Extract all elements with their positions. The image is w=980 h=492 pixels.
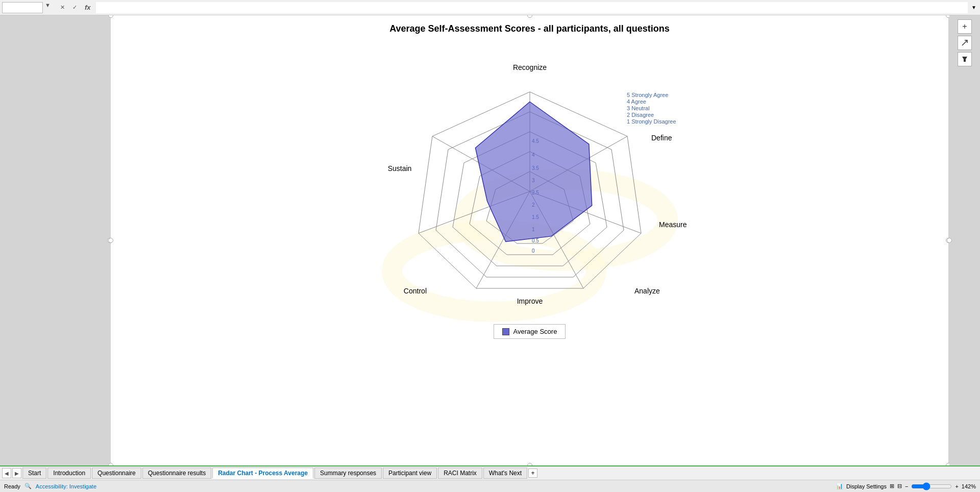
add-sheet-button[interactable]: + — [528, 469, 537, 478]
tab-questionnaire[interactable]: Questionnaire — [92, 468, 141, 479]
tab-start[interactable]: Start — [22, 468, 46, 479]
confirm-formula-button[interactable]: ✓ — [69, 2, 80, 13]
add-element-button[interactable]: + — [958, 19, 972, 34]
formula-bar: ▼ ✕ ✓ fx ▼ — [0, 0, 980, 15]
expand-formula-button[interactable]: ▼ — [970, 2, 978, 13]
chart-resize-bottom[interactable] — [527, 463, 532, 465]
zoom-in-icon[interactable]: + — [955, 483, 958, 489]
zoom-slider[interactable] — [911, 482, 952, 490]
axis-sustain: Sustain — [387, 164, 411, 173]
scroll-tabs-left-button[interactable]: ◀ — [2, 468, 11, 478]
tab-bar: ◀ ▶ Start Introduction Questionnaire Que… — [0, 465, 980, 480]
tab-questionnaire-results[interactable]: Questionnaire results — [142, 468, 211, 479]
svg-marker-15 — [962, 57, 967, 62]
tab-radar-chart[interactable]: Radar Chart - Process Average — [212, 468, 313, 479]
legend-color-box — [502, 328, 509, 335]
left-sidebar — [0, 15, 110, 465]
scale-label-4: 4 Agree — [627, 99, 646, 105]
chart-inner: Average Self-Assessment Scores - all par… — [111, 15, 948, 339]
scale-label-5: 5 Strongly Agree — [627, 92, 668, 98]
grid-icon: ⊞ — [890, 483, 894, 489]
status-right: 📊 Display Settings ⊞ ⊟ − + 142% — [836, 482, 976, 490]
status-left: Ready 🔍 Accessibility: Investigate — [4, 483, 830, 489]
zoom-level: 142% — [962, 483, 976, 489]
resize-icon — [961, 39, 968, 46]
legend: Average Score — [494, 324, 566, 339]
filter-icon — [961, 56, 968, 63]
scale-label-3: 3 Neutral — [627, 105, 650, 111]
chart-resize-bottomleft[interactable] — [108, 463, 113, 465]
scroll-tabs-right-button[interactable]: ▶ — [12, 468, 21, 478]
tab-whats-next[interactable]: What's Next — [483, 468, 527, 479]
accessibility-status[interactable]: Accessibility: Investigate — [36, 483, 96, 489]
cancel-formula-button[interactable]: ✕ — [57, 2, 67, 13]
axis-define: Define — [651, 134, 672, 142]
scale-label-1: 1 Strongly Disagree — [627, 118, 676, 125]
cell-reference-input[interactable] — [2, 2, 43, 13]
axis-measure: Measure — [659, 220, 687, 229]
data-polygon — [475, 102, 592, 242]
filter-button[interactable] — [958, 52, 972, 66]
axis-control: Control — [403, 287, 426, 295]
axis-improve: Improve — [517, 297, 543, 305]
scale-label-2: 2 Disagree — [627, 112, 654, 118]
tab-raci-matrix[interactable]: RACI Matrix — [438, 468, 482, 479]
tab-summary-responses[interactable]: Summary responses — [314, 468, 382, 479]
tab-participant-view[interactable]: Participant view — [383, 468, 437, 479]
axis-recognize: Recognize — [512, 63, 546, 71]
radar-chart: 5 Strongly Agree 4 Agree 3 Neutral 2 Dis… — [351, 38, 708, 324]
zoom-out-icon[interactable]: − — [905, 483, 908, 489]
chart-container: Average Self-Assessment Scores - all par… — [111, 15, 948, 465]
ready-status: Ready — [4, 483, 20, 489]
radar-svg: 5 Strongly Agree 4 Agree 3 Neutral 2 Dis… — [351, 38, 708, 324]
tab-introduction[interactable]: Introduction — [47, 468, 91, 479]
fit-page-icon: ⊟ — [897, 483, 902, 489]
legend-label: Average Score — [513, 328, 557, 335]
status-bar: Ready 🔍 Accessibility: Investigate 📊 Dis… — [0, 480, 980, 492]
axis-analyze: Analyze — [634, 287, 660, 295]
resize-button[interactable] — [958, 36, 972, 50]
formula-input[interactable] — [96, 2, 968, 13]
display-settings-icon: 📊 — [836, 483, 843, 489]
collapse-icon: ▼ — [45, 2, 55, 13]
fx-icon: fx — [82, 4, 94, 11]
display-settings-label[interactable]: Display Settings — [846, 483, 887, 489]
accessibility-icon: 🔍 — [24, 483, 32, 489]
svg-line-14 — [962, 40, 967, 45]
scale-num-0: 0 — [532, 248, 535, 254]
right-sidebar: + — [949, 15, 980, 465]
chart-title: Average Self-Assessment Scores - all par… — [389, 23, 670, 34]
